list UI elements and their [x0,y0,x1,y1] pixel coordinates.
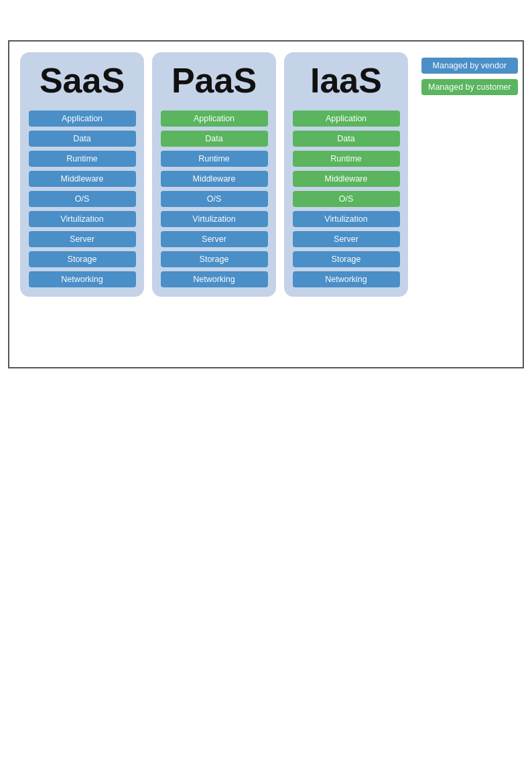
saas-item-2: Runtime [29,151,136,167]
iaas-item-1: Data [293,131,400,147]
paas-item-4: O/S [161,191,268,207]
saas-item-7: Storage [29,251,136,267]
saas-item-5: Virtulization [29,211,136,227]
paas-title: PaaS [172,62,257,100]
saas-item-4: O/S [29,191,136,207]
column-saas: SaaSApplicationDataRuntimeMiddlewareO/SV… [20,52,144,297]
paas-item-2: Runtime [161,151,268,167]
saas-item-1: Data [29,131,136,147]
saas-title: SaaS [40,62,125,100]
iaas-item-4: O/S [293,191,400,207]
column-iaas: IaaSApplicationDataRuntimeMiddlewareO/SV… [284,52,408,297]
saas-item-0: Application [29,111,136,127]
paas-item-8: Networking [161,271,268,287]
paas-item-6: Server [161,231,268,247]
iaas-item-7: Storage [293,251,400,267]
iaas-item-0: Application [293,111,400,127]
saas-item-6: Server [29,231,136,247]
paas-item-5: Virtulization [161,211,268,227]
paas-item-7: Storage [161,251,268,267]
legend-area: Managed by vendor Managed by customer [421,58,518,95]
paas-item-1: Data [161,131,268,147]
iaas-item-3: Middleware [293,171,400,187]
saas-item-3: Middleware [29,171,136,187]
legend-customer: Managed by customer [421,79,518,95]
iaas-item-2: Runtime [293,151,400,167]
iaas-item-6: Server [293,231,400,247]
main-diagram: SaaSApplicationDataRuntimeMiddlewareO/SV… [8,40,524,368]
iaas-title: IaaS [310,62,382,100]
iaas-item-8: Networking [293,271,400,287]
saas-item-8: Networking [29,271,136,287]
column-paas: PaaSApplicationDataRuntimeMiddlewareO/SV… [152,52,276,297]
legend-vendor: Managed by vendor [421,58,518,74]
iaas-item-5: Virtulization [293,211,400,227]
paas-item-3: Middleware [161,171,268,187]
paas-item-0: Application [161,111,268,127]
